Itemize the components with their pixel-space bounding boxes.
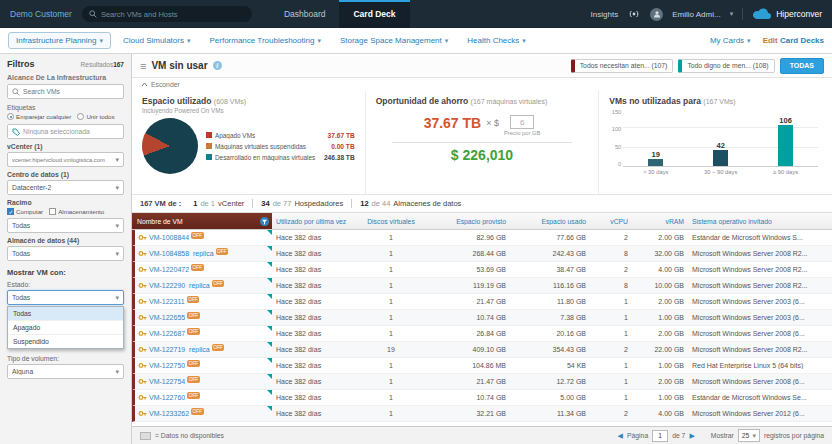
hide-panels-link[interactable]: Esconder	[132, 78, 832, 91]
summary-items: 1 de 1 vCenter 34 de 77 Hospedadores 12	[185, 199, 469, 208]
state-option-apagado[interactable]: Apagado	[8, 321, 123, 335]
table-row[interactable]: VM-122754 OFF Hace 382 días 1 21.47 GB 1…	[132, 374, 832, 390]
drag-handle-icon[interactable]: ≡	[140, 60, 146, 72]
vm-name-link[interactable]: VM-1220472	[149, 266, 189, 273]
table-row[interactable]: VM-122655 OFF Hace 382 días 1 10.74 GB 7…	[132, 310, 832, 326]
chevron-down-icon: ▾	[115, 250, 119, 258]
table-row[interactable]: VM-1084858_replica OFF Hace 382 días 1 2…	[132, 246, 832, 262]
virtual-disks-cell: 1	[360, 282, 422, 289]
table-row[interactable]: VM-122290_replica OFF Hace 382 días 1 11…	[132, 278, 832, 294]
vcenter-dropdown[interactable]: vcenter.hipervcloud.vmlogistica.com ▾	[7, 152, 124, 167]
signal-icon[interactable]	[627, 9, 641, 19]
table-row[interactable]: VM-122719_replica OFF Hace 382 días 19 4…	[132, 342, 832, 358]
needs-attention-filter-button[interactable]: Todos necesitan aten... (107)	[571, 59, 674, 73]
vm-name-link[interactable]: VM-1008844	[149, 234, 189, 241]
table-row[interactable]: VM-122311 OFF Hace 382 días 1 21.47 GB 1…	[132, 294, 832, 310]
tags-dropdown[interactable]: Ninguna seleccionada	[7, 124, 124, 139]
column-header-os[interactable]: Sistema operativo invitado	[688, 218, 832, 225]
page-number-input[interactable]	[652, 430, 668, 442]
show-vm-heading: Mostrar VM con:	[7, 268, 124, 277]
tab-dashboard[interactable]: Dashboard	[270, 0, 340, 28]
info-icon[interactable]: i	[213, 61, 222, 70]
column-label: Nombre de VM	[137, 218, 183, 225]
vm-name-link[interactable]: VM-122687	[149, 330, 185, 337]
vm-name-cell: VM-122750 OFF	[135, 358, 272, 373]
global-search[interactable]	[82, 6, 252, 22]
radio-match-all[interactable]: Unir todos	[77, 113, 114, 120]
all-filter-button[interactable]: TODAS	[780, 58, 824, 74]
nav-health-checks[interactable]: Health Checks▾	[460, 33, 533, 48]
vcpu-cell: 8	[590, 250, 632, 257]
radio-icon	[7, 113, 14, 120]
edit-card-decks-link[interactable]: Edit Card Decks	[763, 36, 824, 45]
provisioned-space-cell: 26.84 GB	[422, 330, 510, 337]
vm-name-link[interactable]: VM-122290_replica	[149, 282, 210, 289]
brand-name: Hiperconver	[776, 9, 822, 19]
user-avatar[interactable]	[650, 8, 663, 21]
vm-name-link[interactable]: VM-122750	[149, 362, 185, 369]
nav-infrastructure-planning[interactable]: Infrastructure Planning▾	[8, 32, 111, 49]
column-header-used[interactable]: Espacio usado	[510, 218, 590, 225]
insights-link[interactable]: Insights	[591, 10, 619, 19]
vm-search[interactable]	[7, 84, 124, 99]
table-row[interactable]: VM-1220472 OFF Hace 382 días 1 53.69 GB …	[132, 262, 832, 278]
column-header-vram[interactable]: vRAM	[632, 218, 688, 225]
page-size-select[interactable]: 25 ▾	[738, 429, 760, 442]
vm-search-input[interactable]	[23, 88, 119, 95]
vm-name-link[interactable]: VM-122760	[149, 394, 185, 401]
tab-card-deck[interactable]: Card Deck	[339, 0, 409, 28]
nav-cloud-simulators[interactable]: Cloud Simulators▾	[116, 33, 197, 48]
table-row[interactable]: VM-122750 OFF Hace 382 días 1 104.86 MB …	[132, 358, 832, 374]
teal-corner-flag	[267, 246, 272, 251]
datastore-dropdown[interactable]: Todas ▾	[7, 246, 124, 261]
nav-storage-space-management[interactable]: Storage Space Management▾	[333, 33, 455, 48]
checkbox-compute[interactable]: Computar	[7, 208, 43, 215]
checkbox-storage[interactable]: Almacenamiento	[49, 208, 104, 215]
legend-swatch	[206, 132, 212, 138]
table-row[interactable]: VM-1233262 OFF Hace 382 días 1 32.21 GB …	[132, 406, 832, 422]
table-row[interactable]: VM-122687 OFF Hace 382 días 1 26.84 GB 2…	[132, 326, 832, 342]
table-row[interactable]: VM-122760 OFF Hace 382 días 1 10.74 GB 5…	[132, 390, 832, 406]
chevron-down-icon[interactable]: ▾	[730, 10, 734, 18]
price-per-gb-input[interactable]	[510, 115, 534, 129]
noteworthy-filter-button[interactable]: Todo digno de men... (108)	[678, 59, 774, 73]
state-option-suspendido[interactable]: Suspendido	[8, 335, 123, 348]
table-row[interactable]: VM-1008844 OFF Hace 382 días 1 82.96 GB …	[132, 230, 832, 246]
key-icon	[138, 233, 147, 242]
bar-column: 106	[756, 116, 814, 166]
state-dropdown[interactable]: Todas ▾	[7, 290, 124, 305]
cluster-dropdown[interactable]: Todas ▾	[7, 218, 124, 233]
vm-name-link[interactable]: VM-1084858_replica	[149, 250, 214, 257]
vm-name-link[interactable]: VM-122719_replica	[149, 346, 210, 353]
datacenter-dropdown[interactable]: Datacenter-2 ▾	[7, 180, 124, 195]
vm-name-link[interactable]: VM-122655	[149, 314, 185, 321]
vm-name-link[interactable]: VM-1233262	[149, 410, 189, 417]
volume-dropdown[interactable]: Alguna ▾	[7, 364, 124, 379]
nav-label: Health Checks	[467, 36, 519, 45]
filter-icon[interactable]	[260, 217, 269, 226]
column-header-vcpu[interactable]: vCPU	[590, 218, 632, 225]
savings-divider	[392, 142, 573, 143]
vcpu-cell: 1	[590, 298, 632, 305]
column-header-name[interactable]: Nombre de VM	[132, 213, 272, 229]
vm-name-link[interactable]: VM-122311	[149, 298, 185, 305]
vm-name-cell: VM-122687 OFF	[135, 326, 272, 341]
my-cards-menu[interactable]: My Cards▾	[710, 36, 751, 45]
global-search-input[interactable]	[101, 10, 245, 19]
summary-item-count: 12	[360, 199, 368, 208]
radio-label: Emparejar cualquier	[16, 113, 71, 120]
column-header-disks[interactable]: Discos virtuales	[360, 218, 422, 225]
bar	[713, 150, 728, 166]
radio-match-any[interactable]: Emparejar cualquier	[7, 113, 71, 120]
column-header-last-used[interactable]: Utilizado por última vez	[272, 218, 360, 225]
previous-page-icon[interactable]: ◀	[618, 432, 623, 440]
vm-name-link[interactable]: VM-122754	[149, 378, 185, 385]
column-header-provisioned[interactable]: Espacio provisto	[422, 218, 510, 225]
next-page-icon[interactable]: ▶	[689, 432, 694, 440]
power-off-badge: OFF	[191, 232, 204, 239]
state-option-todas[interactable]: Todas	[8, 307, 123, 321]
user-menu[interactable]: Emilio Admi...	[672, 10, 720, 19]
nav-bar: Infrastructure Planning▾ Cloud Simulator…	[0, 28, 832, 54]
customer-link[interactable]: Demo Customer	[10, 9, 72, 19]
nav-performance-troubleshooting[interactable]: Performance Troubleshooting▾	[202, 33, 327, 48]
